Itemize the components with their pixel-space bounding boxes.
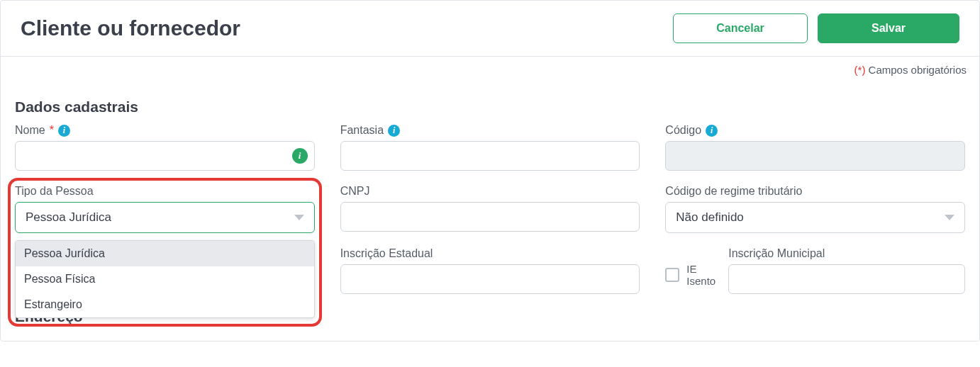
required-fields-note: (*) Campos obrigatórios bbox=[1, 57, 979, 79]
row-2: Tipo da Pessoa Pessoa Jurídica Pessoa Ju… bbox=[15, 185, 965, 233]
row-1: Nome * i i Fantasia i Código bbox=[15, 124, 965, 171]
regime-select[interactable]: Não definido bbox=[665, 202, 965, 233]
info-icon[interactable]: i bbox=[292, 148, 308, 164]
info-icon[interactable]: i bbox=[58, 125, 70, 137]
field-codigo: Código i bbox=[665, 124, 965, 171]
codigo-input bbox=[665, 141, 965, 171]
label-regime-text: Código de regime tributário bbox=[665, 185, 802, 198]
insc-estadual-input[interactable] bbox=[340, 264, 640, 294]
label-codigo-text: Código bbox=[665, 124, 701, 137]
dropdown-option-estrangeiro[interactable]: Estrangeiro bbox=[16, 292, 314, 317]
chevron-down-icon bbox=[294, 215, 304, 220]
insc-municipal-input[interactable] bbox=[728, 264, 965, 294]
save-button[interactable]: Salvar bbox=[818, 13, 959, 43]
field-fantasia: Fantasia i bbox=[340, 124, 640, 171]
field-insc-estadual: Inscrição Estadual bbox=[340, 247, 640, 294]
tipo-pessoa-dropdown: Pessoa Jurídica Pessoa Física Estrangeir… bbox=[15, 240, 315, 318]
field-tipo-pessoa: Tipo da Pessoa Pessoa Jurídica Pessoa Ju… bbox=[15, 185, 315, 233]
fantasia-input[interactable] bbox=[340, 141, 640, 171]
tipo-pessoa-selected: Pessoa Jurídica bbox=[26, 210, 111, 225]
content: Dados cadastrais Nome * i i Fantasia i bbox=[1, 98, 979, 341]
label-codigo: Código i bbox=[665, 124, 965, 137]
required-asterisk: (*) bbox=[854, 64, 866, 76]
ie-isento-label: IE Isento bbox=[686, 263, 715, 288]
dropdown-option-pessoa-juridica[interactable]: Pessoa Jurídica bbox=[16, 241, 314, 266]
label-insc-municipal-text: Inscrição Municipal bbox=[728, 247, 825, 260]
ie-isento-group: IE Isento bbox=[665, 263, 715, 295]
header-buttons: Cancelar Salvar bbox=[673, 13, 959, 43]
chevron-down-icon bbox=[945, 215, 954, 220]
label-nome: Nome * i bbox=[15, 124, 315, 137]
nome-input[interactable] bbox=[15, 141, 315, 171]
label-fantasia: Fantasia i bbox=[340, 124, 640, 137]
required-star: * bbox=[50, 124, 54, 137]
ie-row: IE Isento Inscrição Municipal bbox=[665, 247, 965, 294]
header: Cliente ou fornecedor Cancelar Salvar bbox=[1, 1, 979, 57]
page-title: Cliente ou fornecedor bbox=[21, 16, 240, 40]
ie-isento-checkbox[interactable] bbox=[665, 268, 679, 282]
section-dados-cadastrais: Dados cadastrais bbox=[15, 98, 965, 115]
label-insc-estadual: Inscrição Estadual bbox=[340, 247, 640, 260]
dropdown-option-pessoa-fisica[interactable]: Pessoa Física bbox=[16, 266, 314, 292]
label-insc-municipal: Inscrição Municipal bbox=[728, 247, 965, 260]
cancel-button[interactable]: Cancelar bbox=[673, 13, 808, 43]
label-cnpj-text: CNPJ bbox=[340, 185, 370, 198]
cnpj-input[interactable] bbox=[340, 202, 640, 232]
field-ie-municipal: IE Isento Inscrição Municipal bbox=[665, 247, 965, 294]
label-fantasia-text: Fantasia bbox=[340, 124, 384, 137]
input-wrap-nome: i bbox=[15, 141, 315, 171]
info-icon[interactable]: i bbox=[388, 125, 400, 137]
required-text: Campos obrigatórios bbox=[865, 64, 967, 76]
page: Cliente ou fornecedor Cancelar Salvar (*… bbox=[0, 0, 980, 341]
field-regime: Código de regime tributário Não definido bbox=[665, 185, 965, 233]
info-icon[interactable]: i bbox=[706, 125, 718, 137]
field-cnpj: CNPJ bbox=[340, 185, 640, 233]
label-cnpj: CNPJ bbox=[340, 185, 640, 198]
label-insc-estadual-text: Inscrição Estadual bbox=[340, 247, 433, 260]
label-regime: Código de regime tributário bbox=[665, 185, 965, 198]
tipo-pessoa-select[interactable]: Pessoa Jurídica bbox=[15, 202, 315, 233]
regime-selected: Não definido bbox=[676, 210, 743, 225]
field-insc-municipal: Inscrição Municipal bbox=[728, 247, 965, 294]
label-tipo-pessoa: Tipo da Pessoa bbox=[15, 185, 315, 198]
ie-label-1: IE bbox=[686, 263, 696, 275]
label-tipo-pessoa-text: Tipo da Pessoa bbox=[15, 185, 94, 198]
label-nome-text: Nome bbox=[15, 124, 45, 137]
field-nome: Nome * i i bbox=[15, 124, 315, 171]
ie-label-2: Isento bbox=[686, 275, 715, 287]
